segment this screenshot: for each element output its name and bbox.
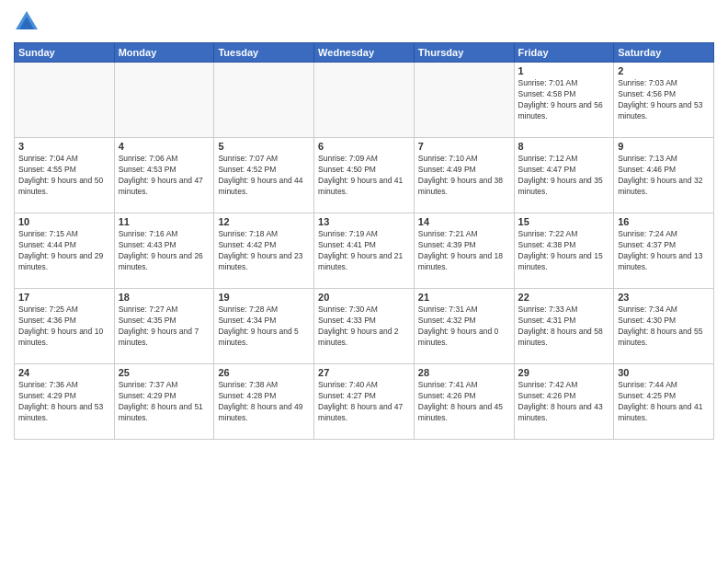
day-info: Sunrise: 7:33 AM Sunset: 4:31 PM Dayligh… [518, 304, 610, 349]
day-number: 21 [418, 292, 510, 303]
day-info: Sunrise: 7:13 AM Sunset: 4:46 PM Dayligh… [618, 154, 710, 198]
day-info: Sunrise: 7:18 AM Sunset: 4:42 PM Dayligh… [218, 229, 310, 273]
calendar-cell: 10Sunrise: 7:15 AM Sunset: 4:44 PM Dayli… [15, 213, 115, 289]
calendar-header-monday: Monday [114, 43, 214, 63]
calendar-cell: 25Sunrise: 7:37 AM Sunset: 4:29 PM Dayli… [114, 364, 214, 440]
day-info: Sunrise: 7:41 AM Sunset: 4:26 PM Dayligh… [418, 380, 510, 424]
calendar-week-0: 1Sunrise: 7:01 AM Sunset: 4:58 PM Daylig… [15, 63, 714, 138]
calendar-cell: 27Sunrise: 7:40 AM Sunset: 4:27 PM Dayli… [314, 364, 415, 440]
day-number: 19 [218, 292, 310, 303]
day-info: Sunrise: 7:04 AM Sunset: 4:55 PM Dayligh… [18, 154, 110, 198]
day-number: 24 [18, 367, 110, 378]
day-number: 15 [518, 216, 610, 227]
day-number: 26 [218, 367, 310, 378]
calendar-cell [114, 63, 214, 138]
calendar-cell: 20Sunrise: 7:30 AM Sunset: 4:33 PM Dayli… [314, 289, 415, 364]
day-number: 28 [418, 367, 510, 378]
calendar-week-1: 3Sunrise: 7:04 AM Sunset: 4:55 PM Daylig… [15, 138, 714, 213]
day-number: 22 [518, 292, 610, 303]
calendar-cell: 15Sunrise: 7:22 AM Sunset: 4:38 PM Dayli… [514, 213, 614, 289]
calendar-header-friday: Friday [514, 43, 614, 63]
day-info: Sunrise: 7:01 AM Sunset: 4:58 PM Dayligh… [518, 78, 610, 122]
calendar-cell: 4Sunrise: 7:06 AM Sunset: 4:53 PM Daylig… [114, 138, 214, 213]
calendar-cell: 8Sunrise: 7:12 AM Sunset: 4:47 PM Daylig… [514, 138, 614, 213]
day-number: 17 [18, 292, 110, 303]
day-info: Sunrise: 7:25 AM Sunset: 4:36 PM Dayligh… [18, 304, 110, 349]
calendar-cell: 18Sunrise: 7:27 AM Sunset: 4:35 PM Dayli… [114, 289, 214, 364]
day-number: 1 [518, 65, 610, 76]
day-info: Sunrise: 7:38 AM Sunset: 4:28 PM Dayligh… [218, 380, 310, 424]
day-number: 7 [418, 141, 510, 152]
day-info: Sunrise: 7:34 AM Sunset: 4:30 PM Dayligh… [618, 304, 710, 349]
calendar-cell: 1Sunrise: 7:01 AM Sunset: 4:58 PM Daylig… [514, 63, 614, 138]
calendar-cell: 17Sunrise: 7:25 AM Sunset: 4:36 PM Dayli… [15, 289, 115, 364]
calendar-header-wednesday: Wednesday [314, 43, 415, 63]
calendar-cell: 29Sunrise: 7:42 AM Sunset: 4:26 PM Dayli… [514, 364, 614, 440]
calendar: SundayMondayTuesdayWednesdayThursdayFrid… [14, 42, 714, 440]
day-info: Sunrise: 7:28 AM Sunset: 4:34 PM Dayligh… [218, 304, 310, 349]
calendar-header-sunday: Sunday [15, 43, 115, 63]
calendar-cell: 28Sunrise: 7:41 AM Sunset: 4:26 PM Dayli… [414, 364, 514, 440]
page: SundayMondayTuesdayWednesdayThursdayFrid… [0, 0, 728, 563]
day-number: 16 [618, 216, 710, 227]
day-info: Sunrise: 7:21 AM Sunset: 4:39 PM Dayligh… [418, 229, 510, 273]
day-number: 8 [518, 141, 610, 152]
header [14, 9, 714, 35]
calendar-cell [314, 63, 415, 138]
calendar-cell: 26Sunrise: 7:38 AM Sunset: 4:28 PM Dayli… [214, 364, 314, 440]
day-info: Sunrise: 7:27 AM Sunset: 4:35 PM Dayligh… [119, 304, 210, 349]
day-number: 30 [618, 367, 710, 378]
day-number: 20 [318, 292, 410, 303]
day-info: Sunrise: 7:10 AM Sunset: 4:49 PM Dayligh… [418, 154, 510, 198]
day-number: 11 [119, 216, 210, 227]
day-info: Sunrise: 7:16 AM Sunset: 4:43 PM Dayligh… [119, 229, 210, 273]
calendar-cell: 2Sunrise: 7:03 AM Sunset: 4:56 PM Daylig… [614, 63, 714, 138]
day-info: Sunrise: 7:40 AM Sunset: 4:27 PM Dayligh… [318, 380, 410, 424]
logo [14, 9, 43, 35]
day-number: 2 [618, 65, 710, 76]
day-info: Sunrise: 7:22 AM Sunset: 4:38 PM Dayligh… [518, 229, 610, 273]
calendar-cell: 23Sunrise: 7:34 AM Sunset: 4:30 PM Dayli… [614, 289, 714, 364]
day-info: Sunrise: 7:12 AM Sunset: 4:47 PM Dayligh… [518, 154, 610, 198]
day-number: 25 [119, 367, 210, 378]
day-number: 6 [318, 141, 410, 152]
day-info: Sunrise: 7:30 AM Sunset: 4:33 PM Dayligh… [318, 304, 410, 349]
day-info: Sunrise: 7:19 AM Sunset: 4:41 PM Dayligh… [318, 229, 410, 273]
day-info: Sunrise: 7:44 AM Sunset: 4:25 PM Dayligh… [618, 380, 710, 424]
calendar-week-4: 24Sunrise: 7:36 AM Sunset: 4:29 PM Dayli… [15, 364, 714, 440]
day-number: 5 [218, 141, 310, 152]
day-info: Sunrise: 7:15 AM Sunset: 4:44 PM Dayligh… [18, 229, 110, 273]
calendar-header-tuesday: Tuesday [214, 43, 314, 63]
day-number: 29 [518, 367, 610, 378]
calendar-cell [15, 63, 115, 138]
day-number: 10 [18, 216, 110, 227]
calendar-cell [214, 63, 314, 138]
calendar-cell: 22Sunrise: 7:33 AM Sunset: 4:31 PM Dayli… [514, 289, 614, 364]
day-info: Sunrise: 7:31 AM Sunset: 4:32 PM Dayligh… [418, 304, 510, 349]
calendar-cell: 19Sunrise: 7:28 AM Sunset: 4:34 PM Dayli… [214, 289, 314, 364]
calendar-week-3: 17Sunrise: 7:25 AM Sunset: 4:36 PM Dayli… [15, 289, 714, 364]
calendar-cell: 13Sunrise: 7:19 AM Sunset: 4:41 PM Dayli… [314, 213, 415, 289]
calendar-cell: 12Sunrise: 7:18 AM Sunset: 4:42 PM Dayli… [214, 213, 314, 289]
day-info: Sunrise: 7:24 AM Sunset: 4:37 PM Dayligh… [618, 229, 710, 273]
day-number: 18 [119, 292, 210, 303]
day-number: 9 [618, 141, 710, 152]
day-number: 27 [318, 367, 410, 378]
calendar-cell: 5Sunrise: 7:07 AM Sunset: 4:52 PM Daylig… [214, 138, 314, 213]
logo-icon [14, 9, 40, 35]
calendar-cell: 3Sunrise: 7:04 AM Sunset: 4:55 PM Daylig… [15, 138, 115, 213]
day-info: Sunrise: 7:09 AM Sunset: 4:50 PM Dayligh… [318, 154, 410, 198]
day-number: 12 [218, 216, 310, 227]
calendar-cell: 21Sunrise: 7:31 AM Sunset: 4:32 PM Dayli… [414, 289, 514, 364]
calendar-header-saturday: Saturday [614, 43, 714, 63]
day-info: Sunrise: 7:37 AM Sunset: 4:29 PM Dayligh… [119, 380, 210, 424]
day-info: Sunrise: 7:36 AM Sunset: 4:29 PM Dayligh… [18, 380, 110, 424]
day-info: Sunrise: 7:07 AM Sunset: 4:52 PM Dayligh… [218, 154, 310, 198]
calendar-cell: 30Sunrise: 7:44 AM Sunset: 4:25 PM Dayli… [614, 364, 714, 440]
day-number: 14 [418, 216, 510, 227]
calendar-cell: 11Sunrise: 7:16 AM Sunset: 4:43 PM Dayli… [114, 213, 214, 289]
calendar-cell: 9Sunrise: 7:13 AM Sunset: 4:46 PM Daylig… [614, 138, 714, 213]
day-number: 13 [318, 216, 410, 227]
calendar-header-thursday: Thursday [414, 43, 514, 63]
day-number: 23 [618, 292, 710, 303]
